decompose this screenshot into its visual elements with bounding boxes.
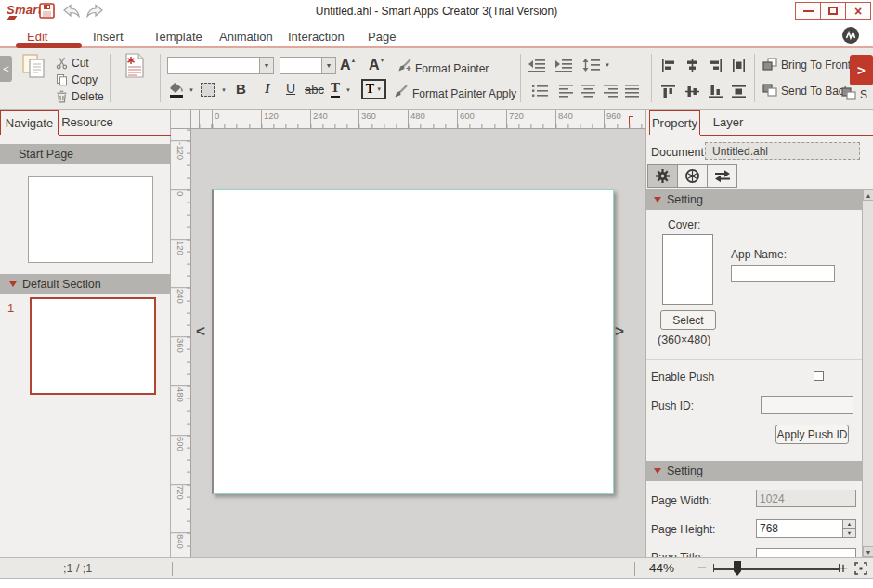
menu-item-edit[interactable]: Edit	[27, 30, 47, 44]
format-painter-button[interactable]	[397, 59, 412, 76]
document-name-field: Untitled.ahl	[705, 142, 860, 160]
page-height-spin-down[interactable]: ▼	[842, 529, 856, 538]
page-1-thumbnail[interactable]	[30, 297, 156, 395]
cover-label: Cover:	[668, 218, 700, 231]
push-id-input[interactable]	[761, 396, 853, 414]
apply-push-id-button[interactable]: Apply Push ID	[775, 425, 849, 444]
menu-item-interaction[interactable]: Interaction	[288, 30, 345, 44]
settings-scrollbar[interactable]: ▲ ▼	[862, 189, 873, 557]
page-title-input[interactable]	[756, 548, 856, 557]
zoom-slider-track[interactable]	[713, 568, 840, 570]
cut-button[interactable]: Cut	[56, 57, 89, 70]
transition-tab-button[interactable]	[707, 164, 737, 188]
setting-section-header-2[interactable]: Setting	[646, 461, 863, 481]
font-color-dropdown[interactable]: ▼	[189, 87, 194, 93]
italic-button[interactable]: I	[265, 81, 270, 97]
distribute-vertical-button[interactable]	[731, 84, 747, 103]
line-spacing-icon	[582, 58, 601, 72]
tab-property[interactable]: Property	[649, 110, 700, 135]
align-right-button[interactable]	[603, 84, 619, 101]
bold-button[interactable]: B	[236, 81, 246, 97]
previous-page-chevron[interactable]: <	[196, 322, 205, 341]
page-canvas[interactable]	[212, 189, 614, 494]
page-height-spin-up[interactable]: ▲	[842, 519, 856, 529]
align-center-button[interactable]	[580, 84, 596, 101]
menu-item-animation[interactable]: Animation	[219, 30, 273, 44]
app-name-input[interactable]	[731, 265, 835, 282]
tab-layer[interactable]: Layer	[702, 110, 754, 135]
menu-item-page[interactable]: Page	[368, 30, 396, 44]
enable-push-checkbox[interactable]	[814, 371, 824, 381]
menu-item-template[interactable]: Template	[153, 30, 202, 44]
align-bottom-edges-button[interactable]	[708, 84, 723, 103]
zoom-slider-handle[interactable]	[734, 561, 741, 576]
new-button[interactable]	[123, 52, 147, 84]
bring-to-front-button[interactable]: Bring To Front	[762, 58, 851, 72]
send-to-back-button[interactable]: Send To Back	[762, 84, 850, 98]
distribute-horizontal-button[interactable]	[731, 58, 747, 77]
toolbar-more-button[interactable]: >	[850, 55, 873, 85]
fill-pattern-dropdown[interactable]: ▼	[221, 87, 227, 93]
text-box-style-button[interactable]: T ▼	[361, 79, 386, 99]
page-height-input[interactable]	[756, 519, 843, 538]
start-page-thumbnail[interactable]	[28, 176, 153, 263]
align-right-edges-button[interactable]	[708, 58, 723, 77]
align-center-horizontal-button[interactable]	[684, 58, 700, 77]
align-top-edges-button[interactable]	[660, 84, 676, 103]
decrease-font-button[interactable]: A▼	[369, 57, 385, 73]
paste-button[interactable]	[20, 53, 46, 83]
tab-resource[interactable]: Resource	[59, 110, 115, 135]
toolbar-clipped-button[interactable]: S	[841, 87, 867, 101]
section-collapse-icon	[654, 197, 661, 203]
align-center-vertical-button[interactable]	[684, 84, 700, 103]
align-left-button[interactable]	[558, 84, 574, 101]
justify-button[interactable]	[624, 84, 640, 101]
ruler-label: 240	[313, 111, 328, 121]
default-section-header[interactable]: Default Section	[0, 274, 170, 294]
increase-font-button[interactable]: A▲	[340, 57, 357, 73]
fit-to-screen-button[interactable]	[854, 562, 867, 579]
align-center-horizontal-icon	[684, 58, 700, 73]
strikethrough-button[interactable]: abc	[305, 83, 324, 97]
undo-button[interactable]	[62, 4, 81, 21]
wheel-tab-button[interactable]	[677, 164, 708, 188]
font-color-button[interactable]	[169, 82, 186, 102]
line-spacing-button[interactable]: ▼	[582, 58, 610, 72]
cover-preview[interactable]	[662, 234, 713, 305]
font-family-select[interactable]: ▼	[167, 57, 274, 74]
paste-icon	[20, 53, 46, 79]
close-button[interactable]: ×	[845, 2, 871, 20]
text-underline-style-button[interactable]: T	[331, 80, 340, 98]
decrease-indent-button[interactable]	[528, 58, 546, 76]
setting-section-header[interactable]: Setting	[646, 189, 863, 210]
tab-navigate[interactable]: Navigate	[0, 110, 59, 135]
bullet-list-button[interactable]	[531, 84, 549, 101]
copy-button[interactable]: Copy	[56, 73, 98, 86]
menu-item-insert[interactable]: Insert	[93, 30, 124, 44]
copy-icon	[56, 73, 68, 86]
minimize-button[interactable]	[795, 2, 821, 20]
toolbar-scroll-left-button[interactable]: <	[0, 56, 12, 82]
window-title: Untitled.ahl - Smart Apps Creator 3(Tria…	[316, 5, 557, 18]
text-style-dropdown[interactable]: ▼	[345, 87, 351, 93]
scroll-up-arrow[interactable]: ▲	[863, 189, 873, 201]
delete-button[interactable]: Delete	[56, 90, 104, 103]
increase-indent-button[interactable]	[554, 58, 573, 76]
new-document-icon	[123, 52, 147, 80]
align-left-edges-button[interactable]	[660, 58, 676, 77]
select-cover-button[interactable]: Select	[660, 310, 716, 330]
font-size-select[interactable]: ▼	[280, 57, 336, 74]
fill-pattern-button[interactable]	[201, 83, 215, 97]
maximize-button[interactable]	[820, 2, 846, 20]
save-button[interactable]	[39, 3, 55, 22]
zoom-out-button[interactable]: −	[697, 559, 707, 578]
align-top-edges-icon	[660, 84, 676, 99]
distribute-horizontal-icon	[731, 58, 747, 73]
zoom-in-button[interactable]: +	[839, 559, 848, 578]
next-page-chevron[interactable]: >	[615, 322, 624, 341]
format-painter-apply-button[interactable]	[394, 85, 409, 102]
redo-button[interactable]	[85, 4, 104, 21]
scroll-down-arrow[interactable]: ▼	[863, 546, 873, 557]
settings-tab-button[interactable]	[647, 164, 678, 188]
underline-button[interactable]: U	[286, 81, 295, 96]
